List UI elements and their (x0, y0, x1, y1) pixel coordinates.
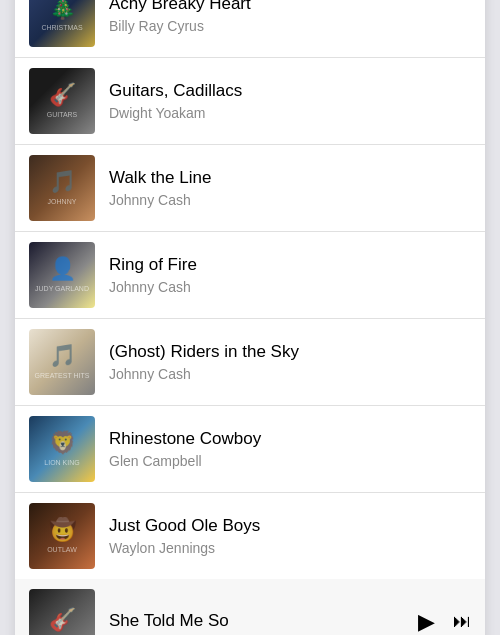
song-info: Ring of Fire Johnny Cash (109, 254, 471, 294)
art-icon: 🦁 (49, 430, 76, 456)
song-artist: Johnny Cash (109, 279, 471, 295)
song-item[interactable]: 🎸 GUITARS Guitars, Cadillacs Dwight Yoak… (15, 58, 485, 145)
song-item[interactable]: 🤠 OUTLAW Just Good Ole Boys Waylon Jenni… (15, 493, 485, 579)
song-title: Guitars, Cadillacs (109, 80, 471, 102)
music-player: 🎄 CHRISTMAS Achy Breaky Heart Billy Ray … (15, 0, 485, 635)
album-art: 👤 JUDY GARLAND (29, 242, 95, 308)
art-label: GUITARS (47, 111, 78, 119)
song-info: Guitars, Cadillacs Dwight Yoakam (109, 80, 471, 120)
art-label: JOHNNY (48, 198, 77, 206)
art-icon: 🤠 (49, 517, 76, 543)
song-info: (Ghost) Riders in the Sky Johnny Cash (109, 341, 471, 381)
song-item[interactable]: 🎵 GREATEST HITS (Ghost) Riders in the Sk… (15, 319, 485, 406)
now-playing-album-art: 🎸 (29, 589, 95, 636)
art-label: JUDY GARLAND (35, 285, 89, 293)
song-title: Just Good Ole Boys (109, 515, 471, 537)
album-art: 🦁 LION KING (29, 416, 95, 482)
song-title: (Ghost) Riders in the Sky (109, 341, 471, 363)
song-title: Ring of Fire (109, 254, 471, 276)
album-art: 🎵 GREATEST HITS (29, 329, 95, 395)
song-item[interactable]: 🎄 CHRISTMAS Achy Breaky Heart Billy Ray … (15, 0, 485, 58)
song-info: Just Good Ole Boys Waylon Jennings (109, 515, 471, 555)
song-title: Walk the Line (109, 167, 471, 189)
song-info: Walk the Line Johnny Cash (109, 167, 471, 207)
now-playing-info: She Told Me So (109, 610, 418, 632)
art-icon: 🎄 (49, 0, 76, 22)
song-info: Achy Breaky Heart Billy Ray Cyrus (109, 0, 471, 34)
song-info: Rhinestone Cowboy Glen Campbell (109, 428, 471, 468)
song-item[interactable]: 🦁 LION KING Rhinestone Cowboy Glen Campb… (15, 406, 485, 493)
song-item[interactable]: 🎵 JOHNNY Walk the Line Johnny Cash (15, 145, 485, 232)
now-playing-art-icon: 🎸 (49, 607, 76, 633)
now-playing-title: She Told Me So (109, 610, 418, 632)
play-button[interactable]: ▶ (418, 609, 435, 635)
art-icon: 🎵 (49, 343, 76, 369)
song-artist: Johnny Cash (109, 366, 471, 382)
song-artist: Glen Campbell (109, 453, 471, 469)
album-art: 🤠 OUTLAW (29, 503, 95, 569)
player-controls: ▶ ⏭ (418, 609, 471, 635)
song-artist: Billy Ray Cyrus (109, 18, 471, 34)
song-artist: Dwight Yoakam (109, 105, 471, 121)
album-art: 🎄 CHRISTMAS (29, 0, 95, 47)
song-title: Achy Breaky Heart (109, 0, 471, 16)
art-icon: 🎸 (49, 82, 76, 108)
art-icon: 👤 (49, 256, 76, 282)
art-label: OUTLAW (47, 546, 77, 554)
song-list: 🎄 CHRISTMAS Achy Breaky Heart Billy Ray … (15, 0, 485, 579)
album-art: 🎸 GUITARS (29, 68, 95, 134)
art-label: CHRISTMAS (41, 24, 82, 32)
art-label: LION KING (44, 459, 79, 467)
song-item[interactable]: 👤 JUDY GARLAND Ring of Fire Johnny Cash (15, 232, 485, 319)
album-art: 🎵 JOHNNY (29, 155, 95, 221)
song-title: Rhinestone Cowboy (109, 428, 471, 450)
now-playing-bar: 🎸 She Told Me So ▶ ⏭ (15, 579, 485, 636)
fast-forward-button[interactable]: ⏭ (453, 611, 471, 632)
song-artist: Johnny Cash (109, 192, 471, 208)
art-label: GREATEST HITS (35, 372, 90, 380)
song-artist: Waylon Jennings (109, 540, 471, 556)
art-icon: 🎵 (49, 169, 76, 195)
